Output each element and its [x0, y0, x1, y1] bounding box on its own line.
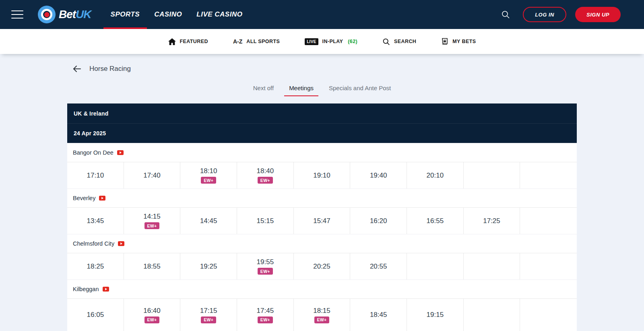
main-nav: SPORTSCASINOLIVE CASINO — [103, 0, 250, 29]
race-time: 20:10 — [427, 172, 444, 180]
race-time: 19:15 — [427, 311, 444, 319]
subnav-label: FEATURED — [180, 39, 208, 44]
race-time: 18:55 — [143, 263, 161, 271]
race-time-cell-bangor-on-dee-1840[interactable]: 18:40EW+ — [237, 162, 294, 188]
race-time: 18:15 — [313, 307, 330, 315]
race-time-cell-beverley-1515[interactable]: 15:15 — [237, 208, 294, 234]
race-time-cell-kilbeggan-1605[interactable]: 16:05 — [67, 299, 124, 331]
race-time: 17:10 — [87, 172, 104, 180]
race-time: 18:40 — [257, 167, 274, 175]
signup-button[interactable]: SIGN UP — [575, 7, 621, 22]
nav-sports[interactable]: SPORTS — [103, 0, 147, 29]
live-badge-icon: LIVE — [305, 38, 318, 45]
menu-icon[interactable] — [11, 6, 28, 23]
empty-cell — [464, 253, 520, 279]
race-time: 14:45 — [200, 217, 217, 225]
empty-cell — [464, 162, 520, 188]
times-row: 16:0516:40EW+17:15EW+17:45EW+18:15EW+18:… — [67, 298, 577, 331]
race-time-cell-beverley-1415[interactable]: 14:15EW+ — [124, 208, 181, 234]
race-time-cell-chelmsford-city-2055[interactable]: 20:55 — [350, 253, 407, 279]
race-time-cell-kilbeggan-1815[interactable]: 18:15EW+ — [294, 299, 351, 331]
betuk-logo[interactable]: BetUK — [38, 0, 91, 29]
subnav-item-featured[interactable]: FEATURED — [168, 38, 208, 45]
meeting-name-row-bangor-on-dee[interactable]: Bangor On Dee — [67, 143, 577, 162]
meeting-block-chelmsford-city: Chelmsford City18:2518:5519:2519:55EW+20… — [67, 234, 577, 279]
meeting-name: Kilbeggan — [73, 286, 99, 292]
race-time: 15:15 — [257, 217, 274, 225]
race-time-cell-beverley-1345[interactable]: 13:45 — [67, 208, 124, 234]
race-time: 20:25 — [313, 263, 330, 271]
race-time-cell-beverley-1620[interactable]: 16:20 — [350, 208, 407, 234]
race-time-cell-chelmsford-city-1825[interactable]: 18:25 — [67, 253, 124, 279]
video-stream-icon — [99, 196, 105, 201]
betuk-roundel-icon — [38, 6, 56, 23]
race-time-cell-bangor-on-dee-1940[interactable]: 19:40 — [350, 162, 407, 188]
az-icon: A-Z — [233, 38, 242, 45]
subnav-item-search[interactable]: SEARCH — [382, 38, 416, 46]
subnav-label: SEARCH — [394, 39, 416, 44]
race-time: 20:55 — [370, 263, 387, 271]
race-time-cell-chelmsford-city-1925[interactable]: 19:25 — [180, 253, 237, 279]
subnav-label: ALL SPORTS — [246, 39, 280, 44]
search-icon[interactable] — [501, 10, 510, 19]
ew-plus-badge: EW+ — [201, 317, 216, 323]
race-time: 16:20 — [370, 217, 387, 225]
race-time-cell-bangor-on-dee-1910[interactable]: 19:10 — [294, 162, 351, 188]
empty-cell — [520, 299, 577, 331]
video-stream-icon — [117, 150, 124, 155]
race-time-cell-bangor-on-dee-1740[interactable]: 17:40 — [124, 162, 181, 188]
meeting-name-row-beverley[interactable]: Beverley — [67, 188, 577, 207]
betuk-logo-text: BetUK — [59, 8, 91, 21]
race-time: 19:10 — [313, 172, 330, 180]
race-time-cell-beverley-1725[interactable]: 17:25 — [464, 208, 520, 234]
race-time: 17:45 — [257, 307, 274, 315]
subnav-item-all-sports[interactable]: A-ZALL SPORTS — [233, 38, 280, 45]
date-header: 24 Apr 2025 — [67, 123, 577, 143]
race-time-cell-kilbeggan-1745[interactable]: 17:45EW+ — [237, 299, 294, 331]
ew-plus-badge: EW+ — [144, 317, 160, 323]
tab-meetings[interactable]: Meetings — [284, 81, 318, 96]
video-stream-icon — [103, 287, 109, 292]
race-time: 19:40 — [370, 172, 387, 180]
race-time: 19:55 — [257, 258, 274, 266]
race-time-cell-kilbeggan-1715[interactable]: 17:15EW+ — [180, 299, 237, 331]
race-time-cell-bangor-on-dee-2010[interactable]: 20:10 — [407, 162, 464, 188]
race-time: 14:15 — [143, 213, 161, 221]
race-time-cell-kilbeggan-1915[interactable]: 19:15 — [407, 299, 464, 331]
back-arrow-icon[interactable] — [72, 65, 81, 72]
breadcrumb: Horse Racing — [72, 63, 644, 75]
race-time-cell-chelmsford-city-1855[interactable]: 18:55 — [124, 253, 181, 279]
meeting-block-kilbeggan: Kilbeggan16:0516:40EW+17:15EW+17:45EW+18… — [67, 279, 577, 331]
race-time-cell-beverley-1445[interactable]: 14:45 — [180, 208, 237, 234]
nav-casino[interactable]: CASINO — [147, 0, 189, 29]
race-time-cell-beverley-1547[interactable]: 15:47 — [294, 208, 351, 234]
race-time-cell-chelmsford-city-1955[interactable]: 19:55EW+ — [237, 253, 294, 279]
subnav-label: IN-PLAY — [322, 39, 343, 44]
search-icon — [382, 38, 390, 46]
subnav-item-my-bets[interactable]: MY BETS — [441, 38, 476, 45]
tab-specials-and-ante-post[interactable]: Specials and Ante Post — [324, 81, 396, 96]
race-time: 17:15 — [200, 307, 217, 315]
meeting-name-row-chelmsford-city[interactable]: Chelmsford City — [67, 234, 577, 253]
race-time-cell-bangor-on-dee-1710[interactable]: 17:10 — [67, 162, 124, 188]
race-time-cell-chelmsford-city-2025[interactable]: 20:25 — [294, 253, 351, 279]
ew-plus-badge: EW+ — [258, 317, 273, 323]
race-time-cell-kilbeggan-1845[interactable]: 18:45 — [350, 299, 407, 331]
login-button[interactable]: LOG IN — [523, 7, 566, 22]
race-time-cell-kilbeggan-1640[interactable]: 16:40EW+ — [124, 299, 181, 331]
race-time-cell-bangor-on-dee-1810[interactable]: 18:10EW+ — [180, 162, 237, 188]
race-time-cell-beverley-1655[interactable]: 16:55 — [407, 208, 464, 234]
meetings-list: Bangor On Dee17:1017:4018:10EW+18:40EW+1… — [67, 143, 577, 331]
sub-navbar: FEATUREDA-ZALL SPORTSLIVEIN-PLAY(62)SEAR… — [0, 29, 644, 54]
race-time: 17:40 — [143, 172, 161, 180]
ew-plus-badge: EW+ — [201, 177, 216, 184]
nav-live-casino[interactable]: LIVE CASINO — [189, 0, 250, 29]
meeting-name-row-kilbeggan[interactable]: Kilbeggan — [67, 279, 577, 298]
top-navbar: BetUK SPORTSCASINOLIVE CASINO LOG IN SIG… — [0, 0, 644, 29]
subnav-item-in-play[interactable]: LIVEIN-PLAY(62) — [305, 38, 357, 45]
race-time: 13:45 — [87, 217, 104, 225]
times-row: 18:2518:5519:2519:55EW+20:2520:55 — [67, 253, 577, 279]
region-header[interactable]: UK & Ireland — [67, 103, 577, 123]
times-row: 13:4514:15EW+14:4515:1515:4716:2016:5517… — [67, 207, 577, 234]
tab-next-off[interactable]: Next off — [248, 81, 279, 96]
